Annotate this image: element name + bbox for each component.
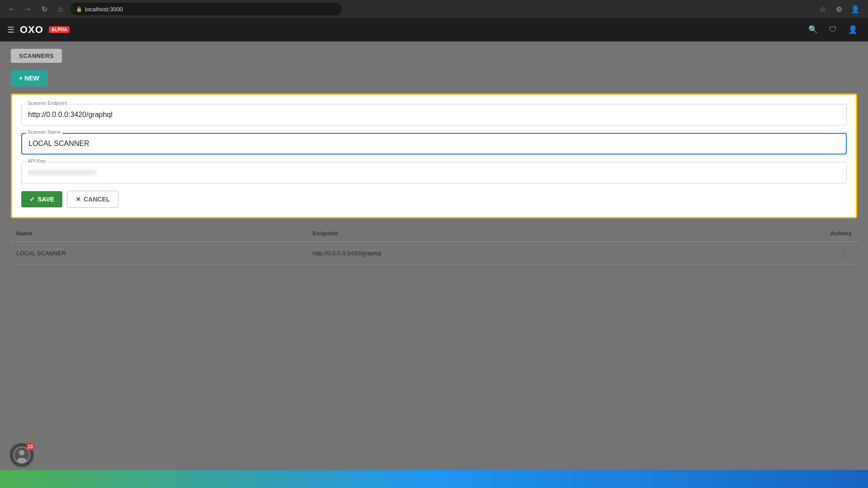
browser-right-icons: ☆ ⚙ 👤 (816, 2, 863, 16)
breadcrumb: SCANNERS (11, 49, 62, 63)
extensions-button[interactable]: ⚙ (832, 2, 846, 16)
svg-point-2 (17, 458, 26, 463)
more-actions-button[interactable]: ⋮ (836, 247, 852, 259)
hamburger-button[interactable]: ☰ (7, 25, 14, 35)
search-button[interactable]: 🔍 (805, 22, 821, 38)
cell-endpoint: http://0.0.0.0:3420/graphql (307, 242, 698, 265)
bookmark-button[interactable]: ☆ (816, 2, 830, 16)
browser-bar: ← → ↻ ⌂ 🔒 localhost:3000 ☆ ⚙ 👤 (0, 0, 868, 18)
api-key-field: API Key (21, 162, 847, 183)
avatar-container: 13 (9, 442, 34, 468)
save-button[interactable]: ✓ SAVE (21, 191, 62, 207)
scanner-name-label: Scanner Name (26, 129, 62, 135)
table-header-row: Name Endpoint Actions (11, 225, 857, 242)
user-button[interactable]: 👤 (844, 22, 861, 38)
cell-name: LOCAL SCANNER (11, 242, 307, 265)
address-bar[interactable]: 🔒 localhost:3000 (71, 3, 342, 15)
scanner-endpoint-field: Scanner Endpoint (21, 104, 847, 126)
lock-icon: 🔒 (76, 6, 82, 12)
col-endpoint: Endpoint (307, 225, 698, 242)
scanner-name-input[interactable] (21, 133, 847, 155)
new-button-label: + NEW (19, 75, 39, 82)
profile-button[interactable]: 👤 (848, 2, 863, 16)
bottom-bar (0, 470, 868, 488)
scanner-endpoint-input[interactable] (21, 104, 847, 126)
url-text: localhost:3000 (85, 6, 123, 13)
cell-actions: ⋮ (698, 242, 857, 265)
forward-button[interactable]: → (22, 3, 34, 15)
logo: OXO (20, 24, 43, 36)
form-card: Scanner Endpoint Scanner Name API Key ✓ … (11, 94, 857, 218)
alpha-badge: Alpha (49, 26, 70, 33)
home-button[interactable]: ⌂ (54, 3, 67, 15)
table-row: LOCAL SCANNER http://0.0.0.0:3420/graphq… (11, 242, 857, 265)
cancel-button[interactable]: ✕ CANCEL (67, 191, 118, 208)
form-actions: ✓ SAVE ✕ CANCEL (21, 191, 847, 208)
notification-badge: 13 (26, 442, 34, 450)
page-content: SCANNERS + NEW Scanner Endpoint Scanner … (0, 42, 868, 470)
save-check-icon: ✓ (29, 196, 35, 203)
col-name: Name (11, 225, 307, 242)
save-label: SAVE (38, 196, 54, 203)
back-button[interactable]: ← (5, 3, 18, 15)
new-button[interactable]: + NEW (11, 70, 47, 86)
col-actions: Actions (698, 225, 857, 242)
refresh-button[interactable]: ↻ (38, 3, 51, 15)
api-key-label: API Key (26, 158, 47, 164)
shield-button[interactable]: 🛡 (825, 22, 841, 38)
svg-point-1 (19, 450, 24, 455)
app-header: ☰ OXO Alpha 🔍 🛡 👤 (0, 18, 868, 42)
header-right: 🔍 🛡 👤 (805, 22, 861, 38)
api-key-input[interactable] (21, 162, 847, 183)
scanners-table: Name Endpoint Actions LOCAL SCANNER http… (11, 225, 857, 265)
scanner-endpoint-label: Scanner Endpoint (26, 100, 69, 106)
cancel-label: CANCEL (84, 196, 110, 203)
scanner-name-field: Scanner Name (21, 133, 847, 155)
cancel-x-icon: ✕ (75, 196, 81, 203)
